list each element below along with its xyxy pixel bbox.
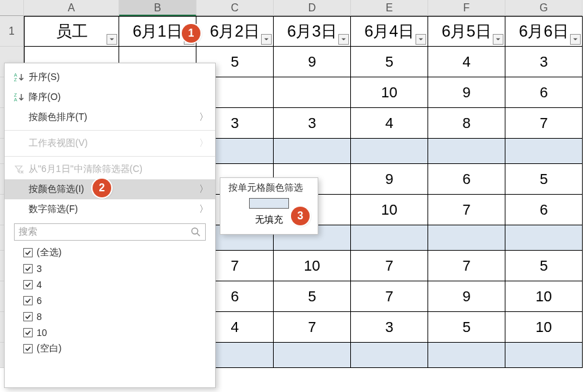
cell[interactable]: 7 (428, 251, 505, 281)
filter-search-input[interactable]: 搜索 (14, 223, 206, 241)
chevron-right-icon: 〉 (199, 137, 208, 149)
cell[interactable]: 3 (274, 108, 351, 139)
svg-text:A: A (14, 73, 17, 77)
cell[interactable]: 7 (428, 195, 505, 225)
cell-text: 6月5日 (441, 21, 491, 42)
cell[interactable] (505, 343, 583, 368)
col-header-D[interactable]: D (274, 0, 351, 16)
cell-A1[interactable]: 员工 (24, 16, 119, 47)
cell[interactable]: 6 (428, 164, 505, 195)
cell[interactable] (505, 225, 583, 251)
col-header-C[interactable]: C (196, 0, 274, 16)
filter-dropdown-icon[interactable] (338, 34, 349, 45)
cell[interactable]: 3 (351, 312, 428, 343)
cell[interactable] (428, 225, 505, 251)
col-header-G[interactable]: G (505, 0, 583, 16)
svg-text:Z: Z (14, 77, 17, 82)
cell[interactable] (505, 139, 583, 164)
cell[interactable]: 10 (505, 281, 583, 312)
cell[interactable]: 4 (351, 108, 428, 139)
svg-text:Z: Z (14, 93, 17, 97)
menu-label: 按颜色筛选(I) (29, 183, 199, 195)
cell[interactable] (274, 77, 351, 108)
select-all-corner[interactable] (0, 0, 24, 16)
cell[interactable]: 10 (351, 195, 428, 225)
cell[interactable]: 5 (505, 251, 583, 281)
cell-G1[interactable]: 6月6日 (505, 16, 583, 47)
filter-value-item[interactable]: 8 (23, 309, 206, 325)
cell[interactable]: 9 (428, 281, 505, 312)
sort-asc-item[interactable]: AZ 升序(S) (5, 67, 215, 87)
cell[interactable]: 3 (505, 47, 583, 77)
cell[interactable] (274, 139, 351, 164)
cell-F1[interactable]: 6月5日 (428, 16, 505, 47)
sort-by-color-item[interactable]: 按颜色排序(T) 〉 (5, 107, 215, 127)
cell-E1[interactable]: 6月4日 (351, 16, 428, 47)
chevron-right-icon: 〉 (199, 111, 208, 123)
checkbox-icon (23, 344, 33, 353)
number-filter-item[interactable]: 数字筛选(F) 〉 (5, 199, 215, 219)
checkbox-icon (23, 248, 33, 257)
cell[interactable]: 8 (428, 108, 505, 139)
cell[interactable]: 9 (428, 77, 505, 108)
menu-label: 数字筛选(F) (29, 203, 199, 215)
cell[interactable] (351, 139, 428, 164)
cell-text: 6月4日 (364, 21, 414, 42)
checkbox-icon (23, 296, 33, 305)
cell[interactable]: 9 (351, 164, 428, 195)
submenu-header: 按单元格颜色筛选 (220, 182, 318, 198)
cell[interactable]: 9 (274, 47, 351, 77)
cell[interactable] (274, 343, 351, 368)
chevron-right-icon: 〉 (199, 203, 208, 215)
sheet-view-item: 工作表视图(V) 〉 (5, 133, 215, 153)
cell[interactable]: 6 (505, 77, 583, 108)
filter-dropdown-icon[interactable] (261, 34, 272, 45)
cell[interactable]: 10 (351, 77, 428, 108)
cell[interactable]: 5 (505, 164, 583, 195)
col-header-B[interactable]: B (119, 0, 196, 16)
col-header-A[interactable]: A (24, 0, 119, 16)
menu-label: 工作表视图(V) (29, 137, 199, 149)
sort-desc-item[interactable]: ZA 降序(O) (5, 87, 215, 107)
filter-value-item[interactable]: 6 (23, 293, 206, 309)
checkbox-icon (23, 280, 33, 289)
cell[interactable]: 7 (351, 251, 428, 281)
search-icon (190, 227, 201, 237)
cell[interactable]: 5 (274, 281, 351, 312)
filter-value-item[interactable]: 4 (23, 277, 206, 293)
filter-value-item[interactable]: (全选) (23, 245, 206, 261)
cell-D1[interactable]: 6月3日 (274, 16, 351, 47)
row-header-1[interactable]: 1 (0, 16, 24, 47)
filter-value-label: 3 (37, 263, 42, 274)
filter-dropdown-icon[interactable] (493, 34, 503, 45)
filter-value-item[interactable]: (空白) (23, 341, 206, 357)
cell[interactable]: 7 (351, 281, 428, 312)
cell-C1[interactable]: 6月2日 (196, 16, 274, 47)
cell[interactable] (428, 343, 505, 368)
checkbox-icon (23, 312, 33, 321)
menu-label: 按颜色排序(T) (29, 111, 199, 123)
chevron-right-icon: 〉 (199, 183, 208, 195)
cell[interactable]: 5 (351, 47, 428, 77)
cell[interactable]: 10 (274, 251, 351, 281)
filter-value-item[interactable]: 10 (23, 325, 206, 341)
filter-value-item[interactable]: 3 (23, 261, 206, 277)
cell[interactable]: 5 (428, 312, 505, 343)
cell[interactable] (351, 225, 428, 251)
cell[interactable] (428, 139, 505, 164)
filter-dropdown-icon[interactable] (416, 34, 426, 45)
cell[interactable]: 7 (274, 312, 351, 343)
clear-filter-item: 从"6月1日"中清除筛选器(C) (5, 159, 215, 179)
color-swatch-option[interactable] (249, 198, 289, 209)
col-header-E[interactable]: E (351, 0, 428, 16)
filter-dropdown-icon[interactable] (570, 34, 581, 45)
cell[interactable] (351, 343, 428, 368)
cell[interactable]: 7 (505, 108, 583, 139)
cell[interactable]: 4 (428, 47, 505, 77)
col-header-F[interactable]: F (428, 0, 505, 16)
filter-value-label: 6 (37, 295, 42, 306)
filter-dropdown-icon[interactable] (107, 34, 117, 45)
cell[interactable]: 6 (505, 195, 583, 225)
cell[interactable]: 10 (505, 312, 583, 343)
sort-asc-icon: AZ (14, 72, 29, 83)
